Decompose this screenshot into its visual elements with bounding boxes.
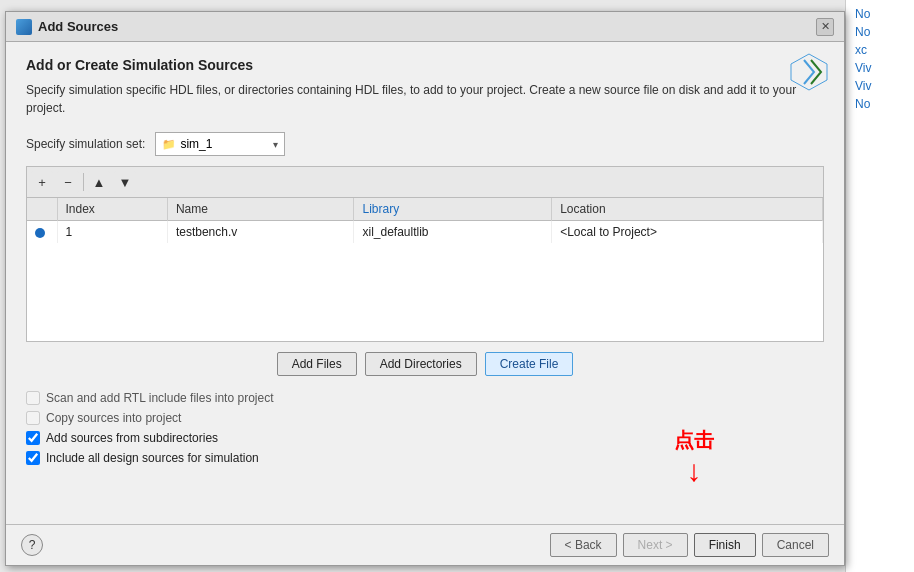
right-panel-item-4: Viv	[851, 59, 909, 77]
logo-area	[789, 52, 829, 92]
copy-sources-checkbox[interactable]	[26, 411, 40, 425]
sim-set-dropdown[interactable]: 📁 sim_1 ▾	[155, 132, 285, 156]
dropdown-arrow-icon: ▾	[273, 139, 278, 150]
move-up-button[interactable]: ▲	[88, 171, 110, 193]
sim-set-value: sim_1	[180, 137, 269, 151]
annotation-arrow-icon: ↓	[687, 456, 702, 486]
right-panel-item-6: No	[851, 95, 909, 113]
folder-icon: 📁	[162, 138, 176, 151]
file-toolbar: + − ▲ ▼	[26, 166, 824, 197]
right-panel: No No xc Viv Viv No	[845, 0, 914, 572]
finish-button[interactable]: Finish	[694, 533, 756, 557]
col-header-library: Library	[354, 198, 552, 221]
back-button[interactable]: < Back	[550, 533, 617, 557]
row-library: xil_defaultlib	[354, 221, 552, 244]
title-bar: Add Sources ✕	[6, 12, 844, 42]
help-button[interactable]: ?	[21, 534, 43, 556]
right-panel-item-3: xc	[851, 41, 909, 59]
annotation: 点击 ↓	[674, 427, 714, 486]
remove-button[interactable]: −	[57, 171, 79, 193]
include-design-sources-label: Include all design sources for simulatio…	[46, 451, 259, 465]
footer-left: ?	[21, 534, 43, 556]
right-panel-item-5: Viv	[851, 77, 909, 95]
add-directories-button[interactable]: Add Directories	[365, 352, 477, 376]
footer-right: < Back Next > Finish Cancel	[550, 533, 829, 557]
file-table-body: 1testbench.vxil_defaultlib<Local to Proj…	[27, 221, 823, 244]
active-dot-icon	[35, 228, 45, 238]
scan-rtl-label: Scan and add RTL include files into proj…	[46, 391, 273, 405]
option-row-1: Scan and add RTL include files into proj…	[26, 391, 824, 405]
create-file-button[interactable]: Create File	[485, 352, 574, 376]
col-header-location: Location	[552, 198, 823, 221]
file-action-buttons: Add Files Add Directories Create File	[26, 342, 824, 386]
annotation-text: 点击	[674, 427, 714, 454]
close-button[interactable]: ✕	[816, 18, 834, 36]
section-desc: Specify simulation specific HDL files, o…	[26, 81, 824, 117]
row-location: <Local to Project>	[552, 221, 823, 244]
row-indicator	[27, 221, 57, 244]
dialog-content: Add or Create Simulation Sources Specify…	[6, 42, 844, 524]
add-subdirs-checkbox[interactable]	[26, 431, 40, 445]
dialog-icon	[16, 19, 32, 35]
next-button[interactable]: Next >	[623, 533, 688, 557]
dialog: Add Sources ✕ Add or Create Simulation S…	[5, 11, 845, 566]
scan-rtl-checkbox[interactable]	[26, 391, 40, 405]
section-title: Add or Create Simulation Sources	[26, 57, 824, 73]
sim-set-row: Specify simulation set: 📁 sim_1 ▾	[26, 132, 824, 156]
add-files-button[interactable]: Add Files	[277, 352, 357, 376]
sim-set-label: Specify simulation set:	[26, 137, 145, 151]
table-row[interactable]: 1testbench.vxil_defaultlib<Local to Proj…	[27, 221, 823, 244]
col-header-index: Index	[57, 198, 167, 221]
row-index: 1	[57, 221, 167, 244]
toolbar-separator	[83, 173, 84, 191]
file-table-container: Index Name Library Location 1testbench.v…	[26, 197, 824, 342]
add-button[interactable]: +	[31, 171, 53, 193]
right-panel-item-2: No	[851, 23, 909, 41]
table-header-row: Index Name Library Location	[27, 198, 823, 221]
vivado-logo	[789, 52, 829, 92]
dialog-footer: ? < Back Next > Finish Cancel	[6, 524, 844, 565]
copy-sources-label: Copy sources into project	[46, 411, 181, 425]
file-table: Index Name Library Location 1testbench.v…	[27, 198, 823, 243]
dialog-title: Add Sources	[38, 19, 118, 34]
col-header-name: Name	[167, 198, 354, 221]
include-design-sources-checkbox[interactable]	[26, 451, 40, 465]
add-subdirs-label: Add sources from subdirectories	[46, 431, 218, 445]
option-row-2: Copy sources into project	[26, 411, 824, 425]
title-bar-left: Add Sources	[16, 19, 118, 35]
move-down-button[interactable]: ▼	[114, 171, 136, 193]
row-name: testbench.v	[167, 221, 354, 244]
col-header-empty	[27, 198, 57, 221]
right-panel-item-1: No	[851, 5, 909, 23]
cancel-button[interactable]: Cancel	[762, 533, 829, 557]
